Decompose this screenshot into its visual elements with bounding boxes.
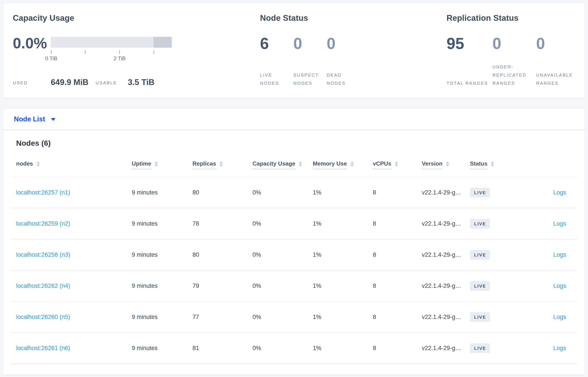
vcpus-cell: 8 [373, 333, 422, 364]
axis-tick [154, 50, 154, 54]
sort-icon[interactable] [36, 161, 40, 167]
axis-tick [51, 50, 51, 54]
logs-link[interactable]: Logs [553, 189, 566, 196]
under-replicated-ranges-label: UNDER-REPLICATED RANGES [493, 63, 535, 87]
sort-icon[interactable] [154, 161, 158, 167]
memory-cell: 1% [313, 271, 373, 302]
column-header-memory-use[interactable]: Memory Use [313, 149, 373, 177]
sort-icon[interactable] [350, 161, 354, 167]
node-link[interactable]: localhost:26257 (n1) [16, 189, 70, 196]
version-cell: v22.1.4-29-g… [422, 208, 470, 239]
column-header-vcpus[interactable]: vCPUs [373, 149, 422, 177]
column-header-replicas[interactable]: Replicas [192, 149, 252, 177]
vcpus-cell: 8 [373, 271, 422, 302]
cluster-overview-page: Capacity Usage 0.0% 0 TiB 2 TiB USED 64 [0, 3, 588, 375]
column-header-logs [518, 149, 577, 177]
live-nodes-stat: 6 LIVE NODES [260, 35, 293, 87]
replicas-cell: 77 [192, 302, 252, 333]
memory-cell: 1% [313, 239, 373, 271]
capacity-cell: 0% [252, 333, 313, 364]
live-nodes-label: LIVE NODES [260, 71, 290, 87]
node-link[interactable]: localhost:26261 (n6) [16, 345, 70, 351]
node-list-dropdown-label: Node List [14, 116, 45, 122]
capacity-usage-title: Capacity Usage [13, 14, 74, 22]
sort-icon[interactable] [446, 161, 449, 167]
chevron-down-icon [51, 118, 55, 121]
version-cell: v22.1.4-29-g… [422, 271, 470, 302]
usable-label: USABLE [95, 80, 117, 85]
uptime-cell: 9 minutes [132, 208, 192, 239]
usable-value: 3.5 TiB [128, 78, 154, 87]
replication-status-section: Replication Status 95 TOTAL RANGES 0 UND… [447, 14, 545, 87]
total-ranges-stat: 95 TOTAL RANGES [447, 35, 493, 87]
version-cell: v22.1.4-29-g… [422, 239, 470, 271]
sort-icon[interactable] [491, 161, 494, 167]
node-link[interactable]: localhost:26258 (n3) [16, 251, 70, 258]
memory-cell: 1% [313, 302, 373, 333]
status-badge: LIVE [470, 250, 490, 259]
status-badge: LIVE [470, 281, 490, 291]
replicas-cell: 81 [192, 333, 252, 364]
column-header-uptime[interactable]: Uptime [132, 149, 192, 177]
table-row: localhost:26262 (n4) 9 minutes 79 0% 1% … [11, 271, 577, 302]
capacity-used-percent: 0.0% [13, 35, 47, 50]
logs-link[interactable]: Logs [553, 283, 566, 289]
node-list-dropdown[interactable]: Node List [14, 116, 55, 122]
logs-link[interactable]: Logs [553, 314, 566, 320]
capacity-cell: 0% [252, 239, 313, 271]
column-header-nodes[interactable]: nodes [11, 149, 132, 177]
table-row: localhost:26257 (n1) 9 minutes 80 0% 1% … [11, 177, 577, 208]
status-badge: LIVE [470, 188, 490, 197]
logs-link[interactable]: Logs [553, 345, 566, 351]
logs-link[interactable]: Logs [553, 220, 566, 227]
under-replicated-ranges-value: 0 [493, 35, 536, 51]
capacity-cell: 0% [252, 271, 313, 302]
sort-icon[interactable] [395, 161, 398, 167]
used-label: USED [13, 80, 28, 85]
uptime-cell: 9 minutes [132, 271, 192, 302]
vcpus-cell: 8 [373, 177, 422, 208]
status-badge: LIVE [470, 343, 490, 353]
sort-icon[interactable] [219, 161, 223, 167]
capacity-usage-section: Capacity Usage 0.0% 0 TiB 2 TiB USED 64 [13, 14, 74, 87]
dead-nodes-label: DEAD NODES [327, 71, 356, 87]
table-header-row: nodes Uptime Replicas Capacity Usage Mem… [11, 149, 577, 177]
view-selector-bar: Node List [3, 108, 585, 130]
column-header-capacity-usage[interactable]: Capacity Usage [252, 149, 313, 177]
uptime-cell: 9 minutes [132, 177, 192, 208]
replication-status-title: Replication Status [447, 14, 545, 22]
table-row: localhost:26259 (n2) 9 minutes 78 0% 1% … [11, 208, 577, 239]
capacity-bar-reserved-segment [153, 37, 172, 48]
capacity-usage-legend: USED 649.9 MiB USABLE 3.5 TiB [13, 76, 167, 87]
unavailable-ranges-value: 0 [536, 35, 545, 51]
replicas-cell: 80 [192, 177, 252, 208]
node-list-panel: Nodes (6) nodes Uptime Replicas [3, 130, 585, 375]
status-badge: LIVE [470, 312, 490, 322]
axis-tick [119, 50, 120, 54]
suspect-nodes-stat: 0 SUSPECT NODES [293, 35, 327, 87]
table-row: localhost:26260 (n5) 9 minutes 77 0% 1% … [11, 302, 577, 333]
capacity-bar-track [51, 37, 172, 48]
node-link[interactable]: localhost:26262 (n4) [16, 283, 70, 289]
under-replicated-ranges-stat: 0 UNDER-REPLICATED RANGES [493, 35, 536, 87]
status-badge: LIVE [470, 219, 490, 228]
nodes-heading: Nodes (6) [16, 139, 577, 147]
total-ranges-label: TOTAL RANGES [447, 79, 490, 87]
memory-cell: 1% [313, 333, 373, 364]
nodes-table: nodes Uptime Replicas Capacity Usage Mem… [11, 149, 577, 364]
replicas-cell: 80 [192, 239, 252, 271]
node-link[interactable]: localhost:26260 (n5) [16, 314, 70, 320]
suspect-nodes-label: SUSPECT NODES [293, 71, 323, 87]
table-row: localhost:26258 (n3) 9 minutes 80 0% 1% … [11, 239, 577, 271]
column-header-status[interactable]: Status [470, 149, 518, 177]
capacity-cell: 0% [252, 208, 313, 239]
sort-icon[interactable] [299, 161, 302, 167]
uptime-cell: 9 minutes [132, 302, 192, 333]
column-header-version[interactable]: Version [422, 149, 470, 177]
node-status-section: Node Status 6 LIVE NODES 0 SUSPECT NODES… [260, 14, 360, 87]
live-nodes-value: 6 [260, 35, 293, 51]
node-link[interactable]: localhost:26259 (n2) [16, 220, 70, 227]
capacity-cell: 0% [252, 177, 313, 208]
vcpus-cell: 8 [373, 302, 422, 333]
logs-link[interactable]: Logs [553, 251, 566, 258]
